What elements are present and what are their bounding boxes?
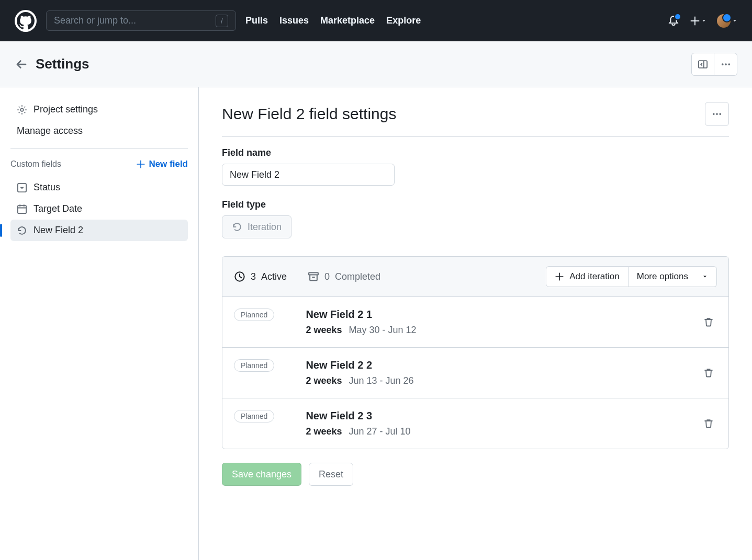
- field-type-display: Iteration: [222, 215, 291, 238]
- svg-point-2: [725, 63, 727, 65]
- iteration-icon: [232, 222, 242, 232]
- completed-label: Completed: [335, 271, 380, 282]
- field-name-label: Field name: [222, 147, 729, 158]
- svg-point-9: [719, 113, 721, 115]
- plus-icon: [555, 272, 564, 281]
- create-new-button[interactable]: [690, 16, 706, 26]
- iteration-meta: 2 weeks Jun 27 - Jul 10: [306, 426, 410, 437]
- subheader-left: Settings: [15, 56, 89, 72]
- field-more-menu-button[interactable]: [705, 102, 729, 126]
- iteration-meta: 2 weeks Jun 13 - Jun 26: [306, 375, 413, 386]
- save-button[interactable]: Save changes: [222, 463, 301, 486]
- active-label: Active: [261, 271, 287, 282]
- planned-badge: Planned: [234, 308, 274, 321]
- sidebar-item-label: Project settings: [33, 104, 98, 115]
- field-name-group: Field name: [222, 147, 729, 186]
- sidebar-field-new-field-2[interactable]: New Field 2: [10, 220, 188, 241]
- svg-point-1: [721, 63, 723, 65]
- iteration-name: New Field 2 3: [306, 410, 410, 422]
- iteration-name: New Field 2 1: [306, 308, 416, 321]
- planned-badge: Planned: [234, 410, 274, 422]
- settings-sidebar: Project settings Manage access Custom fi…: [0, 87, 199, 560]
- clock-icon: [234, 271, 245, 282]
- search-slash-key: /: [216, 15, 228, 27]
- subheader-right: [691, 53, 737, 76]
- active-count: 3: [251, 271, 256, 282]
- page-title: Settings: [36, 56, 89, 72]
- user-menu-button[interactable]: [717, 14, 737, 28]
- nav-link-pulls[interactable]: Pulls: [245, 15, 268, 26]
- sidebar-item-label: Manage access: [17, 125, 83, 136]
- sidebar-item-manage-access[interactable]: Manage access: [10, 120, 188, 142]
- completed-iterations-tab[interactable]: 0 Completed: [308, 271, 380, 282]
- new-field-button[interactable]: New field: [136, 159, 188, 169]
- delete-iteration-button[interactable]: [700, 364, 717, 381]
- settings-layout: Project settings Manage access Custom fi…: [0, 87, 752, 560]
- iteration-row: Planned New Field 2 2 2 weeks Jun 13 - J…: [222, 348, 728, 398]
- nav-right: [668, 14, 737, 28]
- single-select-icon: [17, 182, 27, 193]
- panel-toggle-button[interactable]: [691, 53, 714, 76]
- sidebar-separator: [10, 148, 188, 148]
- sidebar-field-label: New Field 2: [33, 225, 83, 236]
- iteration-meta: 2 weeks May 30 - Jun 12: [306, 325, 416, 336]
- nav-link-explore[interactable]: Explore: [386, 15, 421, 26]
- add-iteration-label: Add iteration: [569, 271, 619, 282]
- sidebar-field-label: Target Date: [33, 203, 82, 214]
- iteration-body: New Field 2 3 2 weeks Jun 27 - Jul 10: [306, 410, 410, 437]
- reset-button[interactable]: Reset: [309, 463, 353, 486]
- custom-fields-label: Custom fields: [10, 159, 61, 169]
- svg-rect-6: [18, 205, 26, 213]
- nav-link-issues[interactable]: Issues: [279, 15, 309, 26]
- add-iteration-button[interactable]: Add iteration: [546, 266, 628, 287]
- settings-main: New Field 2 field settings Field name Fi…: [199, 87, 752, 560]
- notifications-button[interactable]: [668, 15, 679, 27]
- nav-link-marketplace[interactable]: Marketplace: [320, 15, 375, 26]
- chevron-down-icon: [702, 273, 708, 280]
- sidebar-item-project-settings[interactable]: Project settings: [10, 99, 188, 120]
- field-type-value: Iteration: [248, 222, 282, 233]
- sidebar-custom-fields-header: Custom fields New field: [10, 158, 188, 174]
- svg-rect-11: [309, 272, 318, 275]
- completed-count: 0: [324, 271, 330, 282]
- svg-point-8: [716, 113, 718, 115]
- notification-dot-icon: [674, 13, 681, 20]
- project-subheader: Settings: [0, 41, 752, 87]
- iteration-row: Planned New Field 2 3 2 weeks Jun 27 - J…: [222, 398, 728, 449]
- main-title: New Field 2 field settings: [222, 105, 397, 123]
- more-options-button[interactable]: More options: [628, 266, 717, 287]
- more-options-label: More options: [637, 271, 688, 282]
- nav-links: Pulls Issues Marketplace Explore: [245, 15, 421, 26]
- iteration-row: Planned New Field 2 1 2 weeks May 30 - J…: [222, 297, 728, 348]
- main-header: New Field 2 field settings: [222, 102, 729, 137]
- iteration-body: New Field 2 2 2 weeks Jun 13 - Jun 26: [306, 359, 413, 386]
- svg-rect-0: [699, 61, 707, 68]
- sidebar-field-target-date[interactable]: Target Date: [10, 198, 188, 220]
- archive-icon: [308, 271, 319, 282]
- form-footer: Save changes Reset: [222, 463, 729, 486]
- calendar-icon: [17, 204, 27, 214]
- avatar: [717, 14, 731, 28]
- sidebar-field-label: Status: [33, 182, 60, 193]
- more-menu-button[interactable]: [714, 53, 737, 76]
- gear-icon: [17, 105, 27, 115]
- field-name-input[interactable]: [222, 164, 395, 186]
- global-nav: Search or jump to... / Pulls Issues Mark…: [0, 0, 752, 41]
- planned-badge: Planned: [234, 359, 274, 372]
- iterations-panel: 3 Active 0 Completed Add iteration: [222, 256, 729, 449]
- field-type-group: Field type Iteration: [222, 199, 729, 238]
- back-arrow-icon[interactable]: [15, 58, 28, 71]
- plus-icon: [136, 159, 145, 169]
- iterations-list: Planned New Field 2 1 2 weeks May 30 - J…: [222, 297, 728, 449]
- sidebar-field-status[interactable]: Status: [10, 177, 188, 198]
- iteration-name: New Field 2 2: [306, 359, 413, 371]
- active-iterations-tab[interactable]: 3 Active: [234, 271, 287, 282]
- delete-iteration-button[interactable]: [700, 314, 717, 330]
- delete-iteration-button[interactable]: [700, 415, 717, 432]
- svg-point-7: [713, 113, 715, 115]
- search-input[interactable]: Search or jump to... /: [46, 10, 236, 31]
- github-logo-icon[interactable]: [15, 10, 37, 32]
- search-placeholder: Search or jump to...: [54, 15, 136, 26]
- iterations-header-actions: Add iteration More options: [546, 266, 717, 287]
- new-field-label: New field: [149, 159, 188, 169]
